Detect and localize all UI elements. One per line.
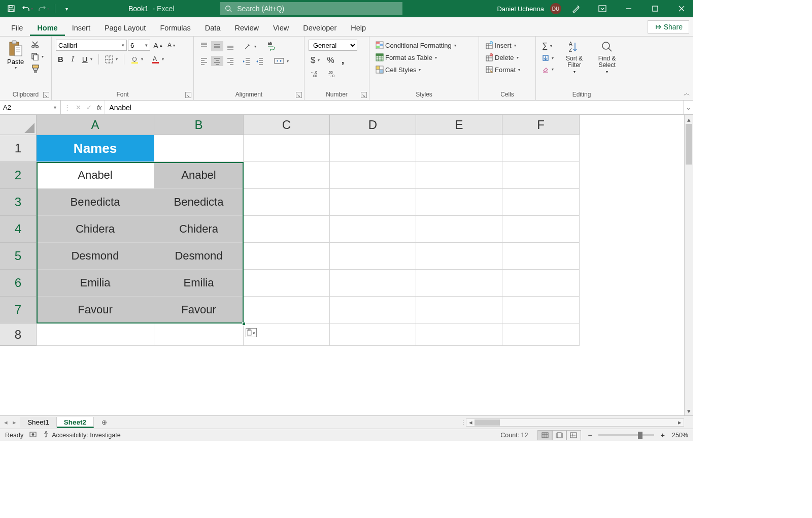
cell-B2[interactable]: Anabel (154, 162, 244, 189)
cell-C1[interactable] (244, 135, 330, 162)
view-normal-button[interactable] (537, 430, 553, 440)
column-header-B[interactable]: B (154, 115, 244, 135)
increase-decimal-button[interactable]: ←.0.00 (309, 70, 323, 79)
scroll-right-button[interactable]: ▸ (675, 418, 684, 426)
cell-F3[interactable] (502, 189, 580, 216)
cell-C3[interactable] (244, 189, 330, 216)
cell-C4[interactable] (244, 216, 330, 243)
zoom-level[interactable]: 250% (672, 432, 688, 439)
zoom-out-button[interactable]: − (586, 431, 594, 439)
bold-button[interactable]: B (56, 54, 65, 64)
align-right-button[interactable] (224, 56, 236, 66)
cell-F2[interactable] (502, 162, 580, 189)
row-header-3[interactable]: 3 (0, 189, 37, 216)
column-header-D[interactable]: D (330, 115, 416, 135)
cell-D3[interactable] (330, 189, 416, 216)
find-select-button[interactable]: Find & Select▾ (591, 40, 623, 76)
merge-center-button[interactable] (272, 56, 291, 66)
cell-A2[interactable]: Anabel (37, 162, 154, 189)
clear-button[interactable] (540, 64, 556, 74)
paste-button[interactable]: Paste ▾ (4, 39, 27, 71)
tab-view[interactable]: View (266, 20, 296, 36)
increase-font-button[interactable]: A▴ (151, 40, 164, 51)
cell-F6[interactable] (502, 270, 580, 297)
accessibility-status[interactable]: Accessibility: Investigate (52, 432, 120, 439)
user-name[interactable]: Daniel Uchenna (497, 5, 544, 13)
cell-D8[interactable] (330, 323, 416, 346)
search-box[interactable]: Search (Alt+Q) (220, 2, 402, 15)
close-button[interactable] (670, 0, 693, 17)
cell-styles-button[interactable]: Cell Styles (374, 64, 423, 75)
font-name-combo[interactable]: Calibri▾ (56, 40, 127, 51)
macro-record-icon[interactable] (29, 431, 37, 439)
zoom-slider-thumb[interactable] (638, 432, 642, 439)
number-format-combo[interactable]: General (309, 40, 357, 51)
minimize-button[interactable] (617, 0, 640, 17)
comma-style-button[interactable]: , (340, 53, 347, 67)
cell-A7[interactable]: Favour (37, 297, 154, 323)
cell-B7[interactable]: Favour (154, 297, 244, 323)
scroll-up-button[interactable]: ▴ (685, 115, 693, 124)
number-dialog-launcher[interactable] (361, 92, 367, 98)
row-header-8[interactable]: 8 (0, 323, 37, 346)
ribbon-display-button[interactable] (591, 0, 614, 17)
tab-file[interactable]: File (4, 20, 30, 36)
scroll-down-button[interactable]: ▾ (685, 406, 693, 415)
sort-filter-button[interactable]: AZ Sort & Filter▾ (560, 40, 589, 76)
decrease-decimal-button[interactable]: .00→.0 (326, 70, 340, 79)
cell-A5[interactable]: Desmond (37, 243, 154, 270)
cell-B4[interactable]: Chidera (154, 216, 244, 243)
cell-E5[interactable] (416, 243, 502, 270)
alignment-dialog-launcher[interactable] (296, 92, 302, 98)
delete-cells-button[interactable]: Delete (483, 52, 521, 62)
sheet-nav-next[interactable]: ▸ (13, 418, 16, 426)
cell-F1[interactable] (502, 135, 580, 162)
accessibility-icon[interactable] (43, 431, 50, 439)
decrease-font-button[interactable]: A▾ (165, 41, 177, 50)
clipboard-dialog-launcher[interactable] (43, 92, 49, 98)
format-as-table-button[interactable]: Format as Table (374, 52, 439, 62)
cell-D5[interactable] (330, 243, 416, 270)
cell-D2[interactable] (330, 162, 416, 189)
cell-A3[interactable]: Benedicta (37, 189, 154, 216)
enter-formula-button[interactable]: ✓ (86, 104, 92, 111)
cell-A4[interactable]: Chidera (37, 216, 154, 243)
name-box[interactable]: A2▼ (0, 101, 61, 114)
cell-F5[interactable] (502, 243, 580, 270)
column-header-C[interactable]: C (244, 115, 330, 135)
cut-button[interactable] (29, 40, 46, 50)
orientation-button[interactable] (242, 41, 258, 51)
view-page-break-button[interactable] (566, 430, 581, 440)
cell-D7[interactable] (330, 297, 416, 323)
row-header-7[interactable]: 7 (0, 297, 37, 323)
decrease-indent-button[interactable] (241, 56, 253, 66)
cancel-formula-button[interactable]: ✕ (76, 104, 81, 111)
borders-button[interactable] (103, 54, 120, 64)
cell-F8[interactable] (502, 323, 580, 346)
row-header-1[interactable]: 1 (0, 135, 37, 162)
cell-B6[interactable]: Emilia (154, 270, 244, 297)
cell-B3[interactable]: Benedicta (154, 189, 244, 216)
row-header-6[interactable]: 6 (0, 270, 37, 297)
tab-formulas[interactable]: Formulas (153, 20, 197, 36)
tab-insert[interactable]: Insert (65, 20, 97, 36)
zoom-in-button[interactable]: + (658, 431, 667, 439)
vertical-scrollbar[interactable]: ▴ ▾ (684, 115, 693, 415)
cell-E4[interactable] (416, 216, 502, 243)
new-sheet-button[interactable]: ⊕ (98, 416, 110, 429)
underline-button[interactable]: U (80, 54, 94, 64)
scroll-left-button[interactable]: ◂ (466, 418, 475, 426)
sheet-nav-prev[interactable]: ◂ (4, 418, 8, 426)
tab-page-layout[interactable]: Page Layout (97, 20, 153, 36)
autosum-button[interactable]: ∑ (540, 40, 556, 51)
vertical-scroll-thumb[interactable] (686, 124, 692, 165)
cell-B5[interactable]: Desmond (154, 243, 244, 270)
cell-F4[interactable] (502, 216, 580, 243)
tab-developer[interactable]: Developer (296, 20, 344, 36)
cell-D4[interactable] (330, 216, 416, 243)
expand-formula-bar-button[interactable]: ⌄ (683, 101, 693, 114)
collapse-ribbon-button[interactable]: ︿ (684, 89, 690, 98)
undo-button[interactable] (20, 2, 35, 15)
align-bottom-button[interactable] (224, 41, 236, 51)
cell-E6[interactable] (416, 270, 502, 297)
